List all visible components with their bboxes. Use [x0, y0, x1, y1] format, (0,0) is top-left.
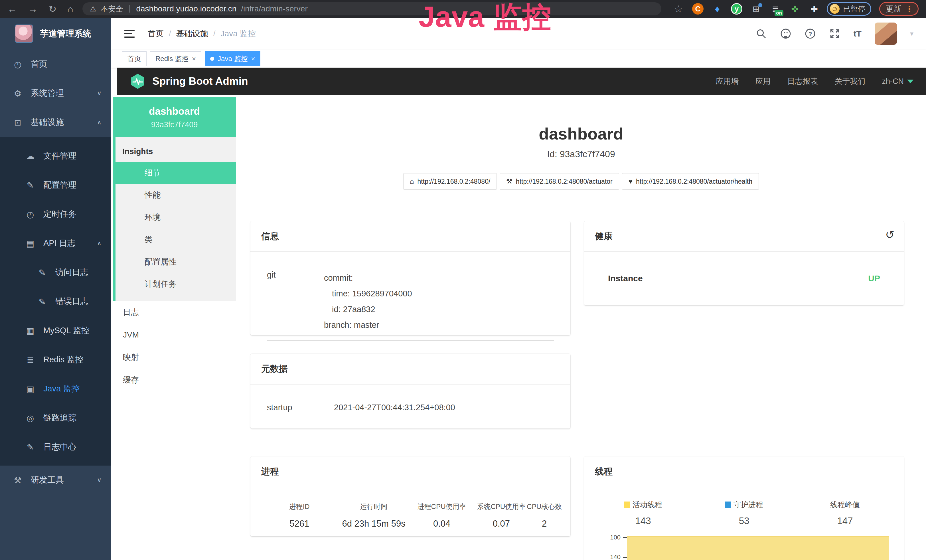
kebab-menu-icon[interactable]: ⋮ — [905, 4, 914, 14]
view-tab[interactable]: Redis 监控 × — [150, 51, 201, 66]
search-icon[interactable] — [755, 28, 767, 39]
process-column-header: CPU核心数 — [527, 502, 562, 511]
close-tab-icon[interactable]: × — [251, 55, 255, 62]
info-key: git — [267, 270, 324, 333]
sba-menu-item[interactable]: 类 — [115, 229, 236, 251]
address-bar[interactable]: ⚠ 不安全 dashboard.yudao.iocoder.cn/infra/a… — [82, 2, 661, 15]
sidebar-item[interactable]: ▣ Java 监控 — [0, 374, 111, 403]
instance-links: ⌂ http://192.168.0.2:48080/ ⚒ http://192… — [236, 173, 926, 190]
sba-nav-link[interactable]: 应用 — [755, 76, 770, 86]
sidebar-item[interactable]: ◴ 定时任务 — [0, 200, 111, 229]
history-icon[interactable]: ↺ — [885, 229, 894, 241]
sba-nav-link[interactable]: 应用墙 — [716, 76, 738, 86]
instance-url-button[interactable]: ⚒ http://192.168.0.2:48080/actuator — [500, 173, 619, 190]
process-column-value: 0.07 — [476, 519, 527, 529]
metadata-card-title: 元数据 — [250, 354, 570, 384]
sba-menu-item[interactable]: 日志 — [113, 301, 236, 324]
sidebar-item[interactable]: ◎ 链路追踪 — [0, 403, 111, 433]
info-card-title: 信息 — [250, 221, 570, 252]
process-column-header: 系统CPU使用率 — [476, 502, 527, 511]
reload-icon[interactable]: ↻ — [48, 4, 57, 14]
process-column-value: 0.04 — [408, 519, 476, 529]
view-tab[interactable]: 首页 — [122, 51, 147, 66]
help-icon[interactable]: ? — [805, 28, 816, 39]
view-tab[interactable]: Java 监控 × — [205, 51, 260, 66]
legend-item: 线程峰值 147 — [794, 500, 896, 526]
sba-menu-item[interactable]: 细节 — [113, 162, 236, 184]
locale-caret-icon — [907, 80, 914, 83]
metadata-row: startup 2021-04-27T00:44:31.254+08:00 — [267, 403, 554, 421]
instance-url-button[interactable]: ⌂ http://192.168.0.2:48080/ — [403, 173, 497, 190]
process-column: 进程CPU使用率 0.04 — [408, 502, 476, 529]
dashboard-icon: ◷ — [12, 59, 23, 69]
info-card: 信息 git commit:time: 1596289704000id: 27a… — [250, 221, 570, 335]
sidebar-item[interactable]: ⊡ 基础设施 ∧ — [0, 108, 111, 137]
process-column-header: 进程CPU使用率 — [408, 502, 476, 511]
security-label[interactable]: 不安全 — [101, 4, 123, 14]
user-avatar[interactable] — [875, 23, 897, 45]
legend-swatch — [624, 501, 630, 508]
recording-paused-pill[interactable]: ☺ 已暂停 — [827, 2, 871, 16]
close-tab-icon[interactable]: × — [192, 55, 196, 62]
sidebar-item[interactable]: ⚒ 研发工具 ∨ — [0, 466, 111, 495]
font-size-icon[interactable]: tT — [853, 29, 861, 38]
process-column-value: 5261 — [259, 519, 340, 529]
forward-icon[interactable]: → — [28, 4, 38, 14]
app-title: 芋道管理系统 — [40, 28, 91, 40]
sba-menu-item[interactable]: 缓存 — [113, 369, 236, 391]
process-column: 系统CPU使用率 0.07 — [476, 502, 527, 529]
sba-nav-link[interactable]: 日志报表 — [787, 76, 818, 86]
sba-menu-item[interactable]: 映射 — [113, 346, 236, 369]
back-icon[interactable]: ← — [8, 4, 17, 14]
sba-menu-item[interactable]: 环境 — [115, 206, 236, 229]
instance-header[interactable]: dashboard 93a3fc7f7409 — [113, 97, 236, 137]
sidebar-item[interactable]: ◷ 首页 — [0, 50, 111, 79]
sba-brand[interactable]: Spring Boot Admin — [130, 73, 248, 89]
sidebar-item[interactable]: ▦ MySQL 监控 — [0, 316, 111, 345]
sba-navbar: Spring Boot Admin 应用墙应用日志报表关于我们 zh-CN — [117, 68, 926, 95]
user-caret-icon[interactable]: ▾ — [910, 30, 914, 38]
sidebar-item[interactable]: ≣ Redis 监控 — [0, 345, 111, 374]
breadcrumb-link[interactable]: Java 监控 — [221, 28, 256, 39]
breadcrumb-link[interactable]: 首页 — [148, 28, 164, 39]
sba-nav-links: 应用墙应用日志报表关于我们 zh-CN — [716, 76, 914, 86]
sba-title: Spring Boot Admin — [152, 75, 248, 87]
browser-chrome: ← → ↻ ⌂ ⚠ 不安全 dashboard.yudao.iocoder.cn… — [0, 0, 926, 18]
sba-menu-item[interactable]: 配置属性 — [115, 251, 236, 273]
svg-text:?: ? — [808, 30, 812, 37]
sba-sidebar: dashboard 93a3fc7f7409 Insights 细节 性能 环境… — [113, 97, 236, 560]
browser-nav-buttons: ← → ↻ ⌂ — [8, 4, 73, 14]
paused-label: 已暂停 — [843, 4, 865, 14]
chrome-update-button[interactable]: 更新 ⋮ — [879, 2, 918, 16]
devtools-icon: ⚒ — [12, 475, 23, 485]
browser-home-icon[interactable]: ⌂ — [68, 4, 74, 14]
y-axis-tick: 140 — [610, 554, 627, 560]
breadcrumb-separator: / — [213, 29, 216, 38]
instance-url-button[interactable]: ♥ http://192.168.0.2:48080/actuator/heal… — [622, 173, 759, 190]
file-cloud-icon: ☁ — [25, 151, 35, 161]
log-center-icon: ✎ — [25, 442, 35, 452]
github-icon[interactable] — [780, 28, 791, 39]
metadata-value: 2021-04-27T00:44:31.254+08:00 — [334, 403, 455, 412]
sba-menu-item[interactable]: 计划任务 — [115, 273, 236, 295]
process-card: 进程 进程ID 5261 运行时间 6d 23h 15m 59s 进程CPU使用… — [250, 456, 570, 536]
breadcrumb-link[interactable]: 基础设施 — [176, 28, 208, 39]
sba-menu-item[interactable]: 性能 — [115, 184, 236, 206]
status-badge: UP — [868, 274, 880, 283]
collapse-sidebar-icon[interactable] — [124, 29, 136, 38]
sidebar-item[interactable]: ☁ 文件管理 — [0, 137, 111, 171]
api-log-icon: ▤ — [25, 239, 35, 248]
app-logo-row[interactable]: 芋道管理系统 — [0, 18, 111, 50]
sba-content: dashboard Id: 93a3fc7f7409 ⌂ http://192.… — [236, 97, 926, 560]
locale-selector[interactable]: zh-CN — [882, 77, 914, 86]
sba-menu-item[interactable]: JVM — [113, 324, 236, 346]
sidebar-item[interactable]: ✎ 配置管理 — [0, 171, 111, 200]
sidebar-item[interactable]: ✎ 错误日志 — [0, 287, 111, 316]
page-header: 首页 / 基础设施 / Java 监控 ? — [111, 18, 926, 50]
fullscreen-icon[interactable] — [829, 28, 840, 39]
sidebar-item[interactable]: ✎ 日志中心 — [0, 433, 111, 466]
sba-nav-link[interactable]: 关于我们 — [834, 76, 865, 86]
sidebar-item[interactable]: ⚙ 系统管理 ∨ — [0, 79, 111, 108]
sidebar-item[interactable]: ✎ 访问日志 — [0, 258, 111, 287]
sidebar-item[interactable]: ▤ API 日志 ∧ — [0, 229, 111, 258]
